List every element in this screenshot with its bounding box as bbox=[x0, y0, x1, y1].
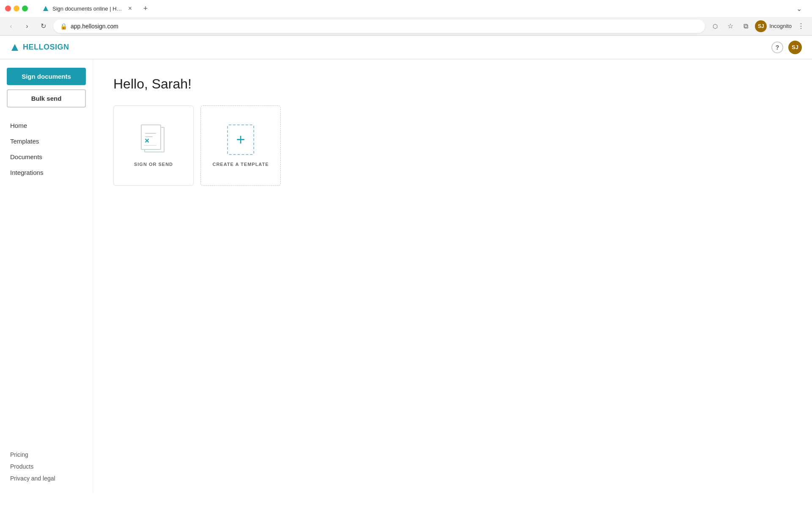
back-button[interactable]: ‹ bbox=[5, 20, 17, 32]
sign-or-send-icon: ✕ bbox=[141, 124, 166, 155]
tab-title: Sign documents online | HelloS... bbox=[52, 6, 125, 12]
lock-icon: 🔒 bbox=[60, 23, 67, 30]
new-tab-button[interactable]: + bbox=[140, 3, 151, 14]
window-controls bbox=[5, 6, 28, 11]
tab-bar: Sign documents online | HelloS... × + ⌄ bbox=[31, 1, 807, 16]
sidebar-item-integrations[interactable]: Integrations bbox=[7, 165, 86, 180]
footer-pricing[interactable]: Pricing bbox=[7, 449, 86, 461]
address-bar[interactable]: 🔒 app.hellosign.com bbox=[53, 19, 705, 33]
browser-titlebar: Sign documents online | HelloS... × + ⌄ bbox=[0, 0, 812, 17]
sign-or-send-label: SIGN OR SEND bbox=[134, 162, 173, 167]
sidebar-footer: Pricing Products Privacy and legal bbox=[7, 440, 86, 484]
refresh-button[interactable]: ↻ bbox=[37, 20, 49, 32]
app-header: HELLOSIGN ? SJ bbox=[0, 36, 812, 59]
browser-toolbar: ‹ › ↻ 🔒 app.hellosign.com ⬡ ☆ ⧉ SJ Incog… bbox=[0, 17, 812, 36]
hellosign-logo: HELLOSIGN bbox=[10, 43, 69, 52]
browser-actions: ⬡ ☆ ⧉ SJ Incognito ⋮ bbox=[709, 20, 807, 32]
create-template-icon: + bbox=[227, 124, 254, 155]
split-view-icon[interactable]: ⧉ bbox=[740, 20, 752, 32]
tab-favicon bbox=[42, 5, 49, 12]
logo-icon bbox=[10, 43, 19, 52]
action-cards: ✕ SIGN OR SEND + CREATE A TEMPLATE bbox=[113, 105, 792, 186]
sign-or-send-card[interactable]: ✕ SIGN OR SEND bbox=[113, 105, 194, 186]
forward-button[interactable]: › bbox=[21, 20, 33, 32]
help-button[interactable]: ? bbox=[771, 41, 783, 53]
plus-symbol: + bbox=[236, 132, 245, 147]
create-template-card[interactable]: + CREATE A TEMPLATE bbox=[200, 105, 281, 186]
browser-chrome: Sign documents online | HelloS... × + ⌄ … bbox=[0, 0, 812, 36]
tab-bar-extend[interactable]: ⌄ bbox=[796, 5, 802, 13]
logo-text: HELLOSIGN bbox=[23, 43, 69, 52]
footer-privacy[interactable]: Privacy and legal bbox=[7, 472, 86, 484]
doc-underline bbox=[144, 145, 156, 146]
incognito-badge: SJ Incognito bbox=[755, 20, 792, 32]
app-body: Sign documents Bulk send Home Templates … bbox=[0, 59, 812, 493]
sidebar-item-home[interactable]: Home bbox=[7, 118, 86, 133]
profile-avatar-small[interactable]: SJ bbox=[755, 20, 767, 32]
create-template-label: CREATE A TEMPLATE bbox=[212, 162, 269, 167]
tab-close-button[interactable]: × bbox=[128, 5, 132, 12]
sidebar-item-templates[interactable]: Templates bbox=[7, 133, 86, 149]
cast-icon[interactable]: ⬡ bbox=[709, 20, 721, 32]
profile-initials: SJ bbox=[758, 23, 764, 29]
doc-front-page: ✕ bbox=[141, 124, 161, 150]
sidebar-nav: Home Templates Documents Integrations bbox=[7, 118, 86, 180]
incognito-text: Incognito bbox=[769, 23, 792, 29]
sign-documents-button[interactable]: Sign documents bbox=[7, 68, 86, 85]
svg-marker-1 bbox=[11, 44, 18, 51]
app: HELLOSIGN ? SJ Sign documents Bulk send … bbox=[0, 36, 812, 493]
avatar-initials: SJ bbox=[792, 44, 798, 50]
bulk-send-button[interactable]: Bulk send bbox=[7, 89, 86, 108]
sidebar-item-documents[interactable]: Documents bbox=[7, 149, 86, 165]
page-greeting: Hello, Sarah! bbox=[113, 76, 792, 92]
user-avatar[interactable]: SJ bbox=[788, 41, 802, 54]
maximize-window-dot[interactable] bbox=[22, 6, 28, 11]
footer-products[interactable]: Products bbox=[7, 461, 86, 472]
close-window-dot[interactable] bbox=[5, 6, 11, 11]
help-icon: ? bbox=[776, 44, 779, 51]
more-menu-button[interactable]: ⋮ bbox=[795, 20, 807, 32]
svg-marker-0 bbox=[43, 6, 48, 11]
header-right: ? SJ bbox=[771, 41, 802, 54]
doc-x-mark: ✕ bbox=[144, 137, 150, 145]
url-text: app.hellosign.com bbox=[71, 23, 118, 30]
minimize-window-dot[interactable] bbox=[14, 6, 19, 11]
active-tab[interactable]: Sign documents online | HelloS... × bbox=[36, 1, 138, 16]
bookmark-star-icon[interactable]: ☆ bbox=[724, 20, 736, 32]
main-content: Hello, Sarah! ✕ bbox=[93, 59, 812, 493]
doc-line-1 bbox=[145, 133, 156, 134]
sidebar: Sign documents Bulk send Home Templates … bbox=[0, 59, 93, 493]
